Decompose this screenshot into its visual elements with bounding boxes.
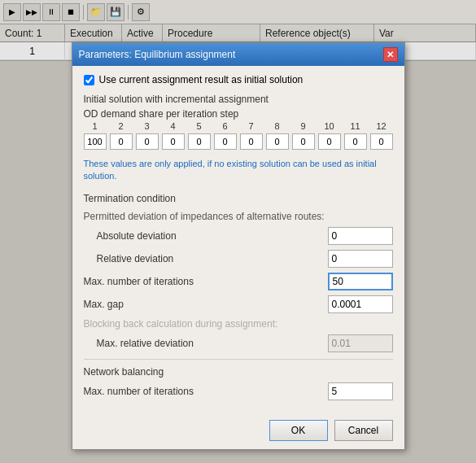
network-iter-input[interactable] [328, 382, 393, 400]
max-iter-input[interactable] [328, 273, 393, 290]
info-text: These values are only applied, if no exi… [84, 158, 393, 183]
max-rel-label: Max. relative deviation [84, 338, 328, 349]
network-section: Network balancing Max. number of iterati… [84, 359, 393, 400]
od-num-10: 10 [318, 121, 341, 131]
od-num-7: 7 [240, 121, 263, 131]
max-iter-row: Max. number of iterations [84, 273, 393, 290]
od-input-3[interactable] [136, 133, 159, 150]
max-gap-label: Max. gap [84, 299, 328, 310]
dialog-title-text: Parameters: Equilibrium assignment [79, 49, 236, 60]
permitted-label: Permitted deviation of impedances of alt… [84, 211, 393, 222]
od-input-1[interactable] [84, 133, 107, 150]
od-section-title: Initial solution with incremental assign… [84, 94, 393, 105]
dialog-titlebar: Parameters: Equilibrium assignment ✕ [72, 43, 404, 66]
od-section: Initial solution with incremental assign… [84, 94, 393, 150]
checkbox-row: Use current assignment result as initial… [84, 74, 393, 85]
parameters-dialog: Parameters: Equilibrium assignment ✕ Use… [72, 42, 405, 450]
network-title: Network balancing [84, 359, 393, 378]
od-input-9[interactable] [292, 133, 315, 150]
network-iter-row: Max. number of iterations [84, 382, 393, 400]
od-num-1: 1 [84, 121, 107, 131]
close-button[interactable]: ✕ [383, 47, 398, 62]
od-input-11[interactable] [344, 133, 367, 150]
termination-heading: Termination condition [84, 193, 393, 204]
od-num-12: 12 [370, 121, 393, 131]
button-row: OK Cancel [72, 413, 404, 449]
rel-label: Relative deviation [84, 253, 328, 264]
od-num-2: 2 [110, 121, 133, 131]
od-input-7[interactable] [240, 133, 263, 150]
od-input-6[interactable] [214, 133, 237, 150]
od-num-8: 8 [266, 121, 289, 131]
modal-overlay: Parameters: Equilibrium assignment ✕ Use… [0, 0, 476, 463]
od-input-2[interactable] [110, 133, 133, 150]
dialog-body: Use current assignment result as initial… [72, 66, 404, 413]
od-num-6: 6 [214, 121, 237, 131]
blocking-label: Blocking back calculation during assignm… [84, 318, 393, 330]
ok-button[interactable]: OK [269, 420, 328, 441]
use-current-checkbox[interactable] [84, 75, 94, 85]
od-numbers-row: 1 2 3 4 5 6 7 8 9 10 11 12 [84, 121, 393, 131]
max-rel-row: Max. relative deviation [84, 334, 393, 352]
max-gap-input[interactable] [328, 295, 393, 313]
od-inputs-row [84, 133, 393, 150]
od-num-3: 3 [136, 121, 159, 131]
od-demand-title: OD demand share per iteration step [84, 108, 393, 120]
od-num-11: 11 [344, 121, 367, 131]
max-gap-row: Max. gap [84, 295, 393, 313]
abs-input[interactable] [328, 227, 393, 245]
cancel-button[interactable]: Cancel [334, 420, 393, 441]
max-rel-input [328, 334, 393, 352]
od-num-9: 9 [292, 121, 315, 131]
abs-deviation-row: Absolute deviation [84, 227, 393, 245]
od-num-5: 5 [188, 121, 211, 131]
rel-input[interactable] [328, 250, 393, 268]
checkbox-label: Use current assignment result as initial… [99, 74, 304, 85]
network-iter-label: Max. number of iterations [84, 386, 328, 397]
od-input-12[interactable] [370, 133, 393, 150]
max-iter-label: Max. number of iterations [84, 276, 328, 287]
od-input-4[interactable] [162, 133, 185, 150]
abs-label: Absolute deviation [84, 230, 328, 242]
od-input-5[interactable] [188, 133, 211, 150]
rel-deviation-row: Relative deviation [84, 250, 393, 268]
od-input-10[interactable] [318, 133, 341, 150]
od-input-8[interactable] [266, 133, 289, 150]
od-num-4: 4 [162, 121, 185, 131]
